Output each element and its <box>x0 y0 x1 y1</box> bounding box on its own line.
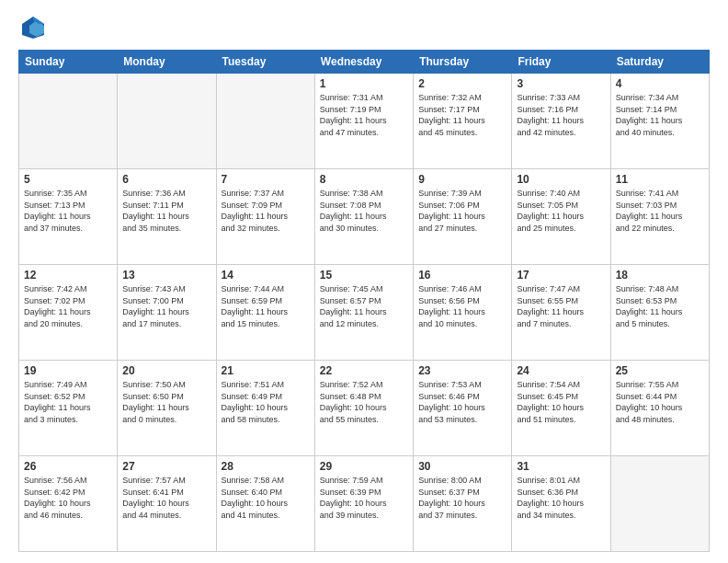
day-info: Sunrise: 7:58 AM Sunset: 6:40 PM Dayligh… <box>222 475 310 521</box>
week-row-2: 5Sunrise: 7:35 AM Sunset: 7:13 PM Daylig… <box>19 169 710 265</box>
day-number: 5 <box>24 173 112 186</box>
day-number: 2 <box>418 77 506 90</box>
day-info: Sunrise: 7:36 AM Sunset: 7:11 PM Dayligh… <box>122 188 210 234</box>
weekday-header-friday: Friday <box>512 51 610 74</box>
calendar-cell: 18Sunrise: 7:48 AM Sunset: 6:53 PM Dayli… <box>610 265 709 361</box>
day-number: 9 <box>418 173 506 186</box>
day-info: Sunrise: 7:56 AM Sunset: 6:42 PM Dayligh… <box>24 475 112 521</box>
calendar-cell: 2Sunrise: 7:32 AM Sunset: 7:17 PM Daylig… <box>414 74 512 169</box>
calendar-cell: 19Sunrise: 7:49 AM Sunset: 6:52 PM Dayli… <box>19 361 118 456</box>
header <box>18 15 710 40</box>
calendar-cell: 16Sunrise: 7:46 AM Sunset: 6:56 PM Dayli… <box>414 265 512 361</box>
calendar-cell <box>118 74 216 169</box>
day-number: 1 <box>320 77 408 90</box>
day-number: 22 <box>320 364 408 377</box>
day-info: Sunrise: 7:47 AM Sunset: 6:55 PM Dayligh… <box>517 283 605 329</box>
day-info: Sunrise: 7:57 AM Sunset: 6:41 PM Dayligh… <box>122 475 210 521</box>
weekday-header-tuesday: Tuesday <box>216 51 314 74</box>
logo-icon <box>20 15 46 40</box>
weekday-header-row: SundayMondayTuesdayWednesdayThursdayFrid… <box>19 51 710 74</box>
day-number: 12 <box>24 269 112 282</box>
day-number: 6 <box>122 173 210 186</box>
logo-area <box>18 15 50 40</box>
calendar-cell <box>610 456 709 552</box>
calendar-cell: 26Sunrise: 7:56 AM Sunset: 6:42 PM Dayli… <box>19 456 118 552</box>
day-number: 29 <box>320 460 408 473</box>
day-number: 26 <box>24 460 112 473</box>
calendar-cell: 28Sunrise: 7:58 AM Sunset: 6:40 PM Dayli… <box>216 456 314 552</box>
day-info: Sunrise: 7:59 AM Sunset: 6:39 PM Dayligh… <box>320 475 408 521</box>
calendar-cell <box>216 74 314 169</box>
day-info: Sunrise: 7:54 AM Sunset: 6:45 PM Dayligh… <box>517 379 605 425</box>
calendar-cell: 31Sunrise: 8:01 AM Sunset: 6:36 PM Dayli… <box>512 456 610 552</box>
calendar-cell: 21Sunrise: 7:51 AM Sunset: 6:49 PM Dayli… <box>216 361 314 456</box>
day-info: Sunrise: 7:43 AM Sunset: 7:00 PM Dayligh… <box>122 283 210 329</box>
calendar-table: SundayMondayTuesdayWednesdayThursdayFrid… <box>18 50 710 552</box>
day-number: 28 <box>222 460 310 473</box>
calendar-cell: 15Sunrise: 7:45 AM Sunset: 6:57 PM Dayli… <box>314 265 413 361</box>
calendar-cell: 6Sunrise: 7:36 AM Sunset: 7:11 PM Daylig… <box>118 169 216 265</box>
day-number: 13 <box>122 269 210 282</box>
day-number: 4 <box>616 77 704 90</box>
calendar-cell: 11Sunrise: 7:41 AM Sunset: 7:03 PM Dayli… <box>610 169 709 265</box>
day-info: Sunrise: 7:40 AM Sunset: 7:05 PM Dayligh… <box>517 188 605 234</box>
day-number: 11 <box>616 173 704 186</box>
day-info: Sunrise: 8:01 AM Sunset: 6:36 PM Dayligh… <box>517 475 605 521</box>
calendar-cell: 1Sunrise: 7:31 AM Sunset: 7:19 PM Daylig… <box>314 74 413 169</box>
weekday-header-thursday: Thursday <box>414 51 512 74</box>
weekday-header-monday: Monday <box>118 51 216 74</box>
day-info: Sunrise: 7:50 AM Sunset: 6:50 PM Dayligh… <box>122 379 210 425</box>
week-row-3: 12Sunrise: 7:42 AM Sunset: 7:02 PM Dayli… <box>19 265 710 361</box>
day-info: Sunrise: 7:53 AM Sunset: 6:46 PM Dayligh… <box>418 379 506 425</box>
day-info: Sunrise: 7:34 AM Sunset: 7:14 PM Dayligh… <box>616 92 704 138</box>
day-number: 20 <box>122 364 210 377</box>
day-info: Sunrise: 8:00 AM Sunset: 6:37 PM Dayligh… <box>418 475 506 521</box>
day-info: Sunrise: 7:52 AM Sunset: 6:48 PM Dayligh… <box>320 379 408 425</box>
weekday-header-saturday: Saturday <box>610 51 709 74</box>
weekday-header-wednesday: Wednesday <box>314 51 413 74</box>
day-number: 30 <box>418 460 506 473</box>
calendar-cell: 8Sunrise: 7:38 AM Sunset: 7:08 PM Daylig… <box>314 169 413 265</box>
day-number: 10 <box>517 173 605 186</box>
day-info: Sunrise: 7:46 AM Sunset: 6:56 PM Dayligh… <box>418 283 506 329</box>
calendar-cell: 13Sunrise: 7:43 AM Sunset: 7:00 PM Dayli… <box>118 265 216 361</box>
week-row-5: 26Sunrise: 7:56 AM Sunset: 6:42 PM Dayli… <box>19 456 710 552</box>
day-info: Sunrise: 7:31 AM Sunset: 7:19 PM Dayligh… <box>320 92 408 138</box>
calendar-cell: 10Sunrise: 7:40 AM Sunset: 7:05 PM Dayli… <box>512 169 610 265</box>
day-number: 19 <box>24 364 112 377</box>
day-info: Sunrise: 7:48 AM Sunset: 6:53 PM Dayligh… <box>616 283 704 329</box>
day-number: 8 <box>320 173 408 186</box>
calendar-cell: 3Sunrise: 7:33 AM Sunset: 7:16 PM Daylig… <box>512 74 610 169</box>
day-info: Sunrise: 7:38 AM Sunset: 7:08 PM Dayligh… <box>320 188 408 234</box>
day-info: Sunrise: 7:39 AM Sunset: 7:06 PM Dayligh… <box>418 188 506 234</box>
calendar-cell: 9Sunrise: 7:39 AM Sunset: 7:06 PM Daylig… <box>414 169 512 265</box>
day-number: 21 <box>222 364 310 377</box>
calendar-cell <box>19 74 118 169</box>
calendar-cell: 17Sunrise: 7:47 AM Sunset: 6:55 PM Dayli… <box>512 265 610 361</box>
calendar-cell: 23Sunrise: 7:53 AM Sunset: 6:46 PM Dayli… <box>414 361 512 456</box>
week-row-1: 1Sunrise: 7:31 AM Sunset: 7:19 PM Daylig… <box>19 74 710 169</box>
day-info: Sunrise: 7:32 AM Sunset: 7:17 PM Dayligh… <box>418 92 506 138</box>
day-info: Sunrise: 7:51 AM Sunset: 6:49 PM Dayligh… <box>222 379 310 425</box>
day-info: Sunrise: 7:37 AM Sunset: 7:09 PM Dayligh… <box>222 188 310 234</box>
day-number: 16 <box>418 269 506 282</box>
day-info: Sunrise: 7:44 AM Sunset: 6:59 PM Dayligh… <box>222 283 310 329</box>
day-number: 3 <box>517 77 605 90</box>
day-number: 7 <box>222 173 310 186</box>
day-number: 31 <box>517 460 605 473</box>
calendar-cell: 5Sunrise: 7:35 AM Sunset: 7:13 PM Daylig… <box>19 169 118 265</box>
day-number: 18 <box>616 269 704 282</box>
calendar-cell: 7Sunrise: 7:37 AM Sunset: 7:09 PM Daylig… <box>216 169 314 265</box>
calendar-cell: 27Sunrise: 7:57 AM Sunset: 6:41 PM Dayli… <box>118 456 216 552</box>
day-info: Sunrise: 7:55 AM Sunset: 6:44 PM Dayligh… <box>616 379 704 425</box>
calendar-cell: 20Sunrise: 7:50 AM Sunset: 6:50 PM Dayli… <box>118 361 216 456</box>
day-info: Sunrise: 7:42 AM Sunset: 7:02 PM Dayligh… <box>24 283 112 329</box>
day-info: Sunrise: 7:45 AM Sunset: 6:57 PM Dayligh… <box>320 283 408 329</box>
calendar-cell: 29Sunrise: 7:59 AM Sunset: 6:39 PM Dayli… <box>314 456 413 552</box>
day-info: Sunrise: 7:33 AM Sunset: 7:16 PM Dayligh… <box>517 92 605 138</box>
day-info: Sunrise: 7:35 AM Sunset: 7:13 PM Dayligh… <box>24 188 112 234</box>
calendar-cell: 25Sunrise: 7:55 AM Sunset: 6:44 PM Dayli… <box>610 361 709 456</box>
calendar-cell: 4Sunrise: 7:34 AM Sunset: 7:14 PM Daylig… <box>610 74 709 169</box>
day-info: Sunrise: 7:49 AM Sunset: 6:52 PM Dayligh… <box>24 379 112 425</box>
day-number: 15 <box>320 269 408 282</box>
